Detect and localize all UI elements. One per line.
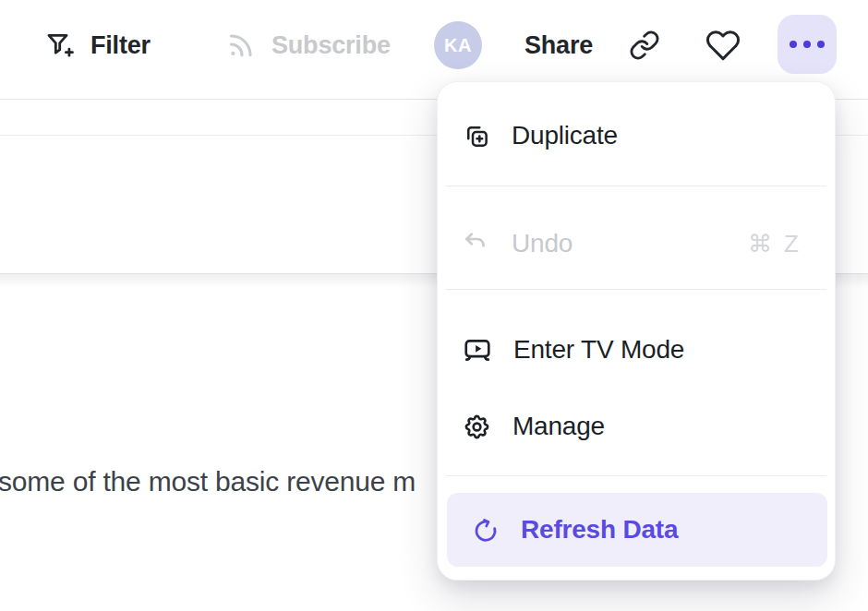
gear-icon [463,413,491,441]
menu-item-manage[interactable]: Manage [438,397,837,456]
avatar-initials: KA [444,35,472,56]
subscribe-button[interactable]: Subscribe [225,25,391,66]
duplicate-icon [463,122,490,150]
tv-icon [463,335,492,365]
menu-item-undo: Undo ⌘ Z [438,214,837,273]
ellipsis-icon [790,41,797,48]
heart-icon [705,28,741,63]
menu-item-duplicate[interactable]: Duplicate [438,106,837,165]
menu-item-label: Enter TV Mode [513,335,684,365]
more-options-menu: Duplicate Undo ⌘ Z [437,81,836,581]
link-icon [629,30,660,61]
share-button[interactable]: Share [524,25,593,66]
avatar[interactable]: KA [434,21,482,69]
refresh-icon [463,516,500,544]
filter-label: Filter [90,31,151,60]
share-label: Share [524,31,593,60]
filter-button[interactable]: Filter [44,25,151,66]
menu-item-enter-tv-mode[interactable]: Enter TV Mode [438,320,837,379]
menu-item-label: Manage [512,412,605,441]
keyboard-shortcut: ⌘ Z [748,230,802,258]
menu-divider [446,289,826,290]
copy-link-button[interactable] [624,25,665,66]
menu-divider [446,475,826,476]
menu-item-refresh-data[interactable]: Refresh Data [447,493,827,567]
favorite-button[interactable] [702,24,744,66]
page-paragraph: some of the most basic revenue m [0,464,416,499]
menu-divider [446,186,826,186]
menu-item-label: Duplicate [512,121,618,150]
menu-item-label: Undo [512,229,573,258]
subscribe-label: Subscribe [271,31,391,60]
rss-icon [225,30,257,61]
filter-plus-icon [44,30,76,61]
more-options-button[interactable] [778,15,837,74]
app-window: some of the most basic revenue m Filter … [0,0,868,611]
menu-item-label: Refresh Data [521,515,678,545]
undo-icon [463,230,490,258]
